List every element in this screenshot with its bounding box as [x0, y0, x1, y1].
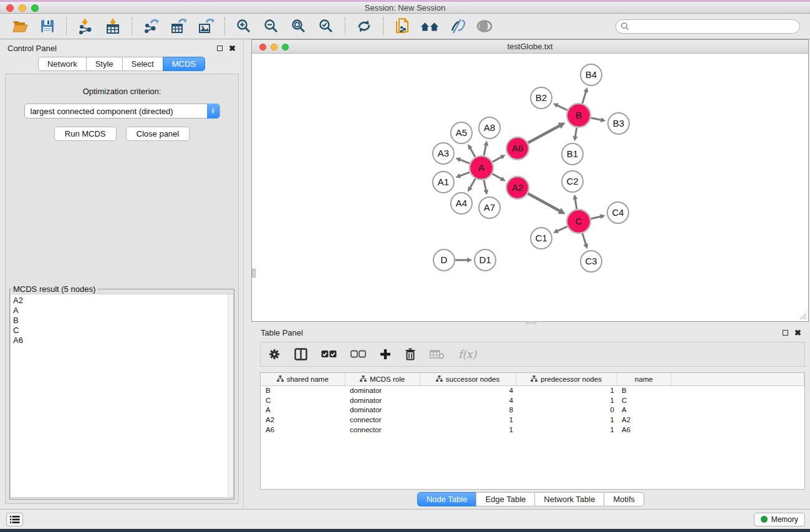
graph-edge-A-A8[interactable] — [484, 145, 486, 155]
export-network-button[interactable] — [141, 16, 161, 36]
graph-node-label: C2 — [566, 176, 578, 186]
graph-edge-B-B4[interactable] — [582, 92, 586, 104]
graph-edge-B-B1[interactable] — [575, 128, 576, 137]
graph-edge-A-A3[interactable] — [460, 160, 470, 163]
add-column-icon[interactable] — [380, 349, 391, 360]
open-session-button[interactable] — [10, 16, 30, 36]
show-column-icon[interactable] — [294, 348, 307, 360]
graph-edge-C-C1[interactable] — [557, 226, 567, 231]
desktop-wallpaper-bottom — [0, 529, 810, 532]
apply-layout-refresh-button[interactable] — [354, 16, 374, 36]
graph-edge-C-C2[interactable] — [575, 199, 577, 210]
zoom-in-button[interactable] — [234, 16, 254, 36]
tab-edge-table[interactable]: Edge Table — [476, 492, 535, 506]
column-header[interactable]: name — [617, 373, 671, 385]
graph-node-label: C4 — [612, 207, 624, 218]
export-image-button[interactable] — [196, 16, 216, 36]
window-resize-grip[interactable] — [799, 312, 807, 320]
import-network-button[interactable] — [75, 16, 95, 36]
save-session-button[interactable] — [37, 16, 57, 36]
export-table-button[interactable] — [168, 16, 188, 36]
close-panel-button[interactable]: Close panel — [126, 127, 190, 141]
graph-edge-A-A2[interactable] — [493, 174, 502, 179]
minimize-view-button[interactable] — [271, 44, 277, 51]
mcds-result-item[interactable]: A2 — [13, 296, 233, 306]
delete-column-icon[interactable] — [405, 348, 416, 360]
zoom-window-button[interactable] — [31, 4, 39, 12]
window-controls — [6, 4, 39, 12]
zoom-fit-button[interactable] — [289, 16, 309, 36]
mcds-result-item[interactable]: B — [13, 316, 233, 326]
import-table-button[interactable] — [103, 16, 123, 36]
table-row[interactable]: A6connector11A6 — [261, 425, 804, 435]
canvas-left-divider-handle[interactable] — [252, 269, 256, 278]
mcds-result-item[interactable]: A6 — [13, 336, 233, 346]
select-all-checkboxes-icon[interactable] — [321, 350, 337, 359]
table-row[interactable]: Bdominator41B — [261, 385, 804, 395]
window-titlebar: Session: New Session — [0, 2, 810, 14]
tab-style[interactable]: Style — [86, 57, 123, 71]
tab-network-table[interactable]: Network Table — [534, 492, 604, 506]
delete-table-icon[interactable] — [430, 349, 445, 359]
mcds-tab-content: Optimization criterion: largest connecte… — [5, 74, 239, 504]
graph-edge-C-C3[interactable] — [582, 233, 586, 244]
close-window-button[interactable] — [6, 4, 14, 12]
tab-node-table[interactable]: Node Table — [417, 492, 477, 506]
table-row[interactable]: Adominator80A — [261, 405, 804, 415]
deselect-all-checkboxes-icon[interactable] — [350, 350, 366, 359]
graph-edge-A6-B[interactable] — [528, 125, 560, 143]
zoom-out-button[interactable] — [261, 16, 281, 36]
column-header[interactable]: shared name — [261, 373, 345, 385]
close-view-button[interactable] — [259, 44, 266, 51]
control-panel: Control Panel ✖ NetworkStyleSelectMCDS O… — [0, 39, 244, 509]
show-graphics-details-button[interactable] — [475, 16, 494, 36]
mcds-result-item[interactable]: C — [13, 326, 233, 336]
graph-edge-C-C4[interactable] — [591, 216, 601, 219]
mcds-result-title: MCDS result (5 nodes) — [11, 284, 97, 294]
tab-mcds[interactable]: MCDS — [163, 57, 205, 71]
new-network-from-selection-button[interactable] — [392, 16, 412, 36]
settings-gear-icon[interactable] — [268, 348, 281, 360]
tab-network[interactable]: Network — [38, 57, 87, 71]
toolbar-search-field[interactable] — [615, 19, 800, 34]
table-row[interactable]: A2connector11A2 — [261, 415, 804, 425]
float-panel-icon[interactable] — [783, 330, 788, 336]
table-header-row: shared nameMCDS rolesuccessor nodesprede… — [261, 373, 804, 385]
graph-edge-A-A1[interactable] — [460, 172, 470, 176]
table-panel-title: Table Panel — [261, 328, 303, 337]
graph-edge-A-A7[interactable] — [484, 180, 486, 191]
tab-select[interactable]: Select — [122, 57, 163, 71]
network-canvas[interactable]: B4B2BB3A5A8A6A3B1AA1C2A2A4A7CC4C1C3DD1 — [252, 54, 808, 321]
graph-edge-A-A5[interactable] — [470, 148, 475, 157]
close-panel-icon[interactable]: ✖ — [794, 329, 801, 337]
toolbar-separator — [66, 17, 67, 35]
mcds-list-scrollbar[interactable] — [228, 294, 233, 497]
hide-labels-button[interactable] — [447, 16, 467, 36]
table-row[interactable]: Cdominator41C — [261, 395, 804, 405]
graph-edge-B-B2[interactable] — [557, 105, 567, 110]
zoom-selected-button[interactable] — [316, 16, 336, 36]
minimize-window-button[interactable] — [19, 4, 26, 12]
run-mcds-button[interactable]: Run MCDS — [54, 127, 117, 141]
memory-button[interactable]: Memory — [754, 513, 805, 526]
graph-edge-A-A6[interactable] — [493, 157, 502, 162]
column-header[interactable]: MCDS role — [345, 373, 420, 385]
zoom-view-button[interactable] — [282, 44, 289, 51]
mcds-result-list[interactable]: A2ABCA6 — [10, 294, 234, 498]
graph-node-label: A — [478, 162, 485, 173]
criterion-dropdown[interactable]: largest connected component (directed) ▲… — [24, 104, 220, 118]
task-history-button[interactable] — [6, 513, 23, 526]
graph-edge-A-A4[interactable] — [470, 178, 476, 188]
graph-edge-A2-C[interactable] — [528, 193, 561, 211]
column-header[interactable]: predecessor nodes — [516, 373, 617, 385]
search-input[interactable] — [630, 22, 786, 31]
home-button[interactable] — [420, 16, 440, 36]
tab-motifs[interactable]: Motifs — [604, 492, 644, 506]
float-panel-icon[interactable] — [217, 46, 223, 51]
column-header[interactable]: successor nodes — [420, 373, 516, 385]
graph-node-label: C3 — [585, 256, 597, 266]
function-builder-icon[interactable]: f(x) — [458, 348, 476, 360]
graph-edge-B-B3[interactable] — [591, 118, 602, 120]
close-panel-icon[interactable]: ✖ — [229, 44, 236, 52]
mcds-result-item[interactable]: A — [13, 306, 233, 316]
